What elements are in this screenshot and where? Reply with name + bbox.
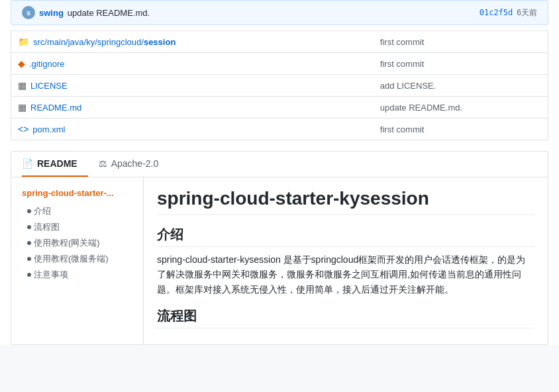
commit-msg: update README.md.: [374, 97, 548, 119]
readme-flowchart-heading: 流程图: [157, 307, 534, 328]
tab-license[interactable]: ⚖ Apache-2.0: [99, 152, 170, 177]
commit-author[interactable]: swing: [39, 8, 64, 18]
file-table: 📁 src/main/java/ky/springcloud/session f…: [11, 30, 548, 140]
file-name-cell: 📁 src/main/java/ky/springcloud/session: [18, 36, 203, 47]
commit-sha[interactable]: 01c2f5d: [480, 8, 513, 17]
readme-intro-heading: 介绍: [157, 226, 534, 247]
tab-readme[interactable]: 📄 README: [22, 152, 88, 177]
readme-icon: ▦: [18, 102, 26, 113]
commit-msg: first commit: [374, 53, 548, 75]
toc-bullet: [27, 209, 31, 213]
table-row: ◆ .gitignore first commit: [11, 53, 548, 75]
toc-item-intro[interactable]: 介绍: [22, 203, 132, 219]
commit-message: update README.md.: [68, 8, 476, 18]
tab-readme-label: README: [37, 158, 77, 169]
commit-bar: s swing update README.md. 01c2f5d 6天前: [11, 0, 548, 25]
commit-msg: first commit: [374, 31, 548, 53]
file-name-cell: ◆ .gitignore: [18, 58, 203, 69]
page-wrapper: s swing update README.md. 01c2f5d 6天前 📁 …: [0, 0, 559, 345]
file-link-license[interactable]: LICENSE: [30, 81, 68, 91]
readme-tabs: 📄 README ⚖ Apache-2.0: [11, 152, 548, 177]
file-name-cell: ▦ README.md: [18, 102, 203, 113]
readme-content: spring-cloud-starter-... 介绍 流程图 使用教程(网关端…: [11, 177, 548, 344]
file-link-readme[interactable]: README.md: [30, 103, 81, 113]
toc-item-flowchart[interactable]: 流程图: [22, 219, 132, 235]
license-tab-icon: ⚖: [99, 158, 107, 169]
commit-msg: first commit: [374, 119, 548, 140]
toc-item-notes[interactable]: 注意事项: [22, 267, 132, 283]
table-row: <> pom.xml first commit: [11, 119, 548, 140]
table-row: ▦ README.md update README.md.: [11, 97, 548, 119]
avatar: s: [22, 6, 35, 19]
commit-time: 6天前: [517, 7, 537, 19]
file-link-gitignore[interactable]: .gitignore: [29, 59, 64, 69]
git-icon: ◆: [18, 58, 25, 69]
commit-msg: add LICENSE.: [374, 75, 548, 97]
file-name-cell: <> pom.xml: [18, 124, 203, 134]
file-name-cell: ▦ LICENSE: [18, 80, 203, 91]
tab-license-label: Apache-2.0: [111, 158, 159, 169]
table-row: 📁 src/main/java/ky/springcloud/session f…: [11, 31, 548, 53]
table-row: ▦ LICENSE add LICENSE.: [11, 75, 548, 97]
readme-body: spring-cloud-starter-kysession 介绍 spring…: [144, 177, 548, 344]
toc-main-item[interactable]: spring-cloud-starter-...: [22, 188, 132, 198]
toc-bullet: [27, 241, 31, 245]
folder-link[interactable]: src/main/java/ky/springcloud/session: [33, 37, 176, 47]
readme-toc: spring-cloud-starter-... 介绍 流程图 使用教程(网关端…: [11, 177, 144, 344]
toc-bullet: [27, 257, 31, 261]
readme-tab-icon: 📄: [22, 158, 33, 169]
toc-item-gateway[interactable]: 使用教程(网关端): [22, 235, 132, 251]
readme-intro-body: spring-cloud-starter-kysession 是基于spring…: [157, 252, 534, 297]
file-link-pom[interactable]: pom.xml: [32, 124, 65, 134]
readme-title: spring-cloud-starter-kysession: [157, 188, 534, 215]
folder-icon: 📁: [18, 36, 29, 47]
toc-item-microservice[interactable]: 使用教程(微服务端): [22, 251, 132, 267]
toc-bullet: [27, 225, 31, 229]
xml-icon: <>: [18, 124, 28, 134]
readme-section: 📄 README ⚖ Apache-2.0 spring-cloud-start…: [11, 151, 548, 345]
toc-bullet: [27, 273, 31, 277]
license-icon: ▦: [18, 80, 26, 91]
